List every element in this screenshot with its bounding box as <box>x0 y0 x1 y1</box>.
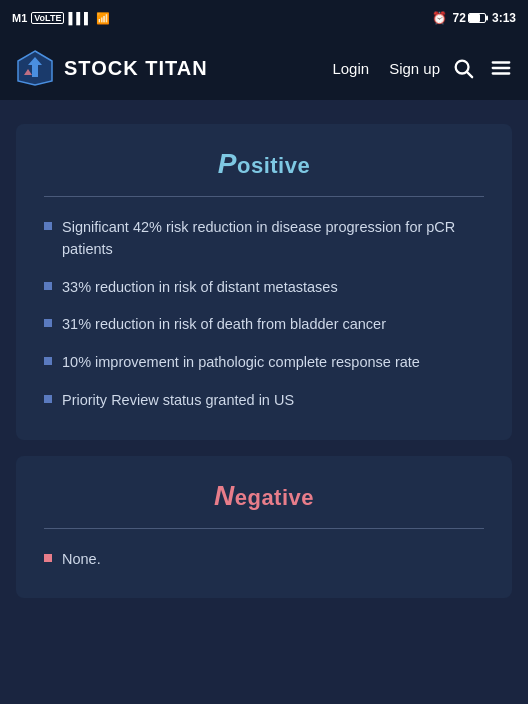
negative-title: Negative <box>44 480 484 512</box>
positive-title-rest: ositive <box>237 153 310 178</box>
time-display: 3:13 <box>492 11 516 25</box>
alarm-icon: ⏰ <box>432 11 447 25</box>
negative-title-rest: egative <box>235 485 314 510</box>
battery-symbol <box>468 13 486 23</box>
volte-badge: VoLTE <box>31 12 64 24</box>
bullet-text: 31% reduction in risk of death from blad… <box>62 314 386 336</box>
negative-title-cap: N <box>214 480 235 511</box>
list-item: 31% reduction in risk of death from blad… <box>44 314 484 336</box>
nav-icons <box>452 57 512 79</box>
bullet-icon <box>44 357 52 365</box>
bullet-icon <box>44 395 52 403</box>
list-item: 33% reduction in risk of distant metasta… <box>44 277 484 299</box>
positive-bullet-list: Significant 42% risk reduction in diseas… <box>44 217 484 412</box>
status-right: ⏰ 72 3:13 <box>432 11 516 25</box>
bullet-icon <box>44 554 52 562</box>
wifi-icon: 📶 <box>96 12 110 25</box>
logo-container: STOCK TITAN <box>16 49 320 87</box>
bullet-text: Priority Review status granted in US <box>62 390 294 412</box>
positive-title: Positive <box>44 148 484 180</box>
bullet-text: 10% improvement in pathologic complete r… <box>62 352 420 374</box>
logo-icon <box>16 49 54 87</box>
carrier-text: M1 <box>12 12 27 24</box>
positive-section: Positive Significant 42% risk reduction … <box>16 124 512 440</box>
bullet-text: 33% reduction in risk of distant metasta… <box>62 277 338 299</box>
status-bar: M1 VoLTE ▌▌▌ 📶 ⏰ 72 3:13 <box>0 0 528 36</box>
battery-percent: 72 <box>453 11 466 25</box>
positive-divider <box>44 196 484 197</box>
hamburger-icon <box>490 57 512 79</box>
search-button[interactable] <box>452 57 474 79</box>
bullet-text: None. <box>62 549 101 571</box>
bullet-icon <box>44 319 52 327</box>
negative-section: Negative None. <box>16 456 512 599</box>
logo-text: STOCK TITAN <box>64 57 208 80</box>
bullet-text: Significant 42% risk reduction in diseas… <box>62 217 484 261</box>
signup-link[interactable]: Sign up <box>389 60 440 77</box>
list-item: 10% improvement in pathologic complete r… <box>44 352 484 374</box>
bullet-icon <box>44 282 52 290</box>
positive-title-cap: P <box>218 148 237 179</box>
main-content: Positive Significant 42% risk reduction … <box>0 100 528 598</box>
signal-icon: ▌▌▌ <box>68 12 91 24</box>
list-item: Priority Review status granted in US <box>44 390 484 412</box>
negative-divider <box>44 528 484 529</box>
list-item: None. <box>44 549 484 571</box>
list-item: Significant 42% risk reduction in diseas… <box>44 217 484 261</box>
menu-button[interactable] <box>490 57 512 79</box>
bullet-icon <box>44 222 52 230</box>
status-carrier: M1 VoLTE ▌▌▌ 📶 <box>12 12 110 25</box>
nav-links: Login Sign up <box>332 60 440 77</box>
login-link[interactable]: Login <box>332 60 369 77</box>
battery-icon: 72 <box>453 11 486 25</box>
navbar: STOCK TITAN Login Sign up <box>0 36 528 100</box>
svg-line-2 <box>467 72 472 77</box>
negative-bullet-list: None. <box>44 549 484 571</box>
search-icon <box>452 57 474 79</box>
